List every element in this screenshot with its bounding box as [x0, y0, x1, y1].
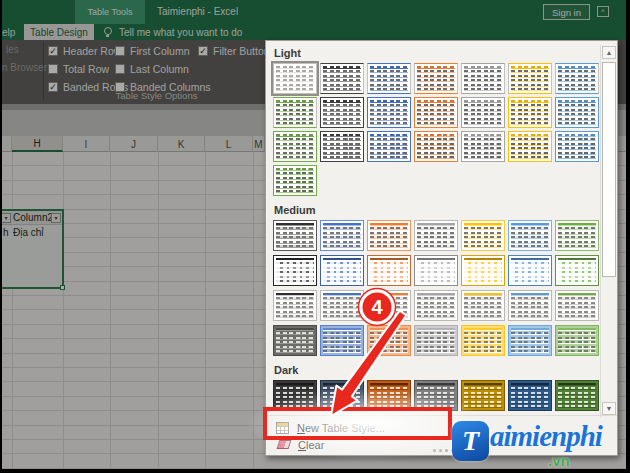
table-style-thumbnail[interactable]: [555, 290, 599, 321]
table-style-thumbnail[interactable]: [555, 97, 599, 128]
watermark-brand: aimienphi: [490, 420, 602, 453]
table-style-thumbnail[interactable]: [555, 380, 599, 411]
table-style-thumbnail[interactable]: [367, 63, 411, 94]
watermark-logo-icon: T: [452, 421, 489, 461]
table-style-thumbnail[interactable]: [508, 380, 552, 411]
table-style-thumbnail[interactable]: [320, 220, 364, 251]
gallery-sections: LightMediumDark: [266, 41, 602, 415]
table-style-thumbnail[interactable]: [555, 255, 599, 286]
table-style-thumbnail[interactable]: [555, 63, 599, 94]
table-style-thumbnail[interactable]: [367, 255, 411, 286]
gallery-section-label-medium: Medium: [274, 203, 602, 217]
scroll-up-icon[interactable]: ▲: [602, 46, 616, 59]
table-style-thumbnail[interactable]: [273, 255, 317, 286]
table-style-thumbnail[interactable]: [320, 97, 364, 128]
table-style-thumbnail[interactable]: [461, 325, 505, 356]
table-style-thumbnail[interactable]: [461, 131, 505, 162]
gallery-row: [273, 220, 602, 251]
table-style-thumbnail[interactable]: [414, 325, 458, 356]
table-style-thumbnail[interactable]: [367, 325, 411, 356]
table-style-thumbnail[interactable]: [461, 97, 505, 128]
watermark-tld: .vn: [548, 452, 570, 469]
table-style-thumbnail[interactable]: [555, 220, 599, 251]
table-style-thumbnail[interactable]: [508, 131, 552, 162]
table-style-thumbnail[interactable]: [414, 63, 458, 94]
table-style-thumbnail[interactable]: [273, 290, 317, 321]
table-style-thumbnail[interactable]: [320, 290, 364, 321]
table-style-thumbnail[interactable]: [273, 220, 317, 251]
table-style-thumbnail[interactable]: [414, 290, 458, 321]
table-style-thumbnail[interactable]: [367, 97, 411, 128]
table-style-thumbnail[interactable]: [508, 255, 552, 286]
watermark: T aimienphi .vn: [450, 418, 630, 473]
table-style-thumbnail[interactable]: [273, 97, 317, 128]
table-style-thumbnail[interactable]: [320, 255, 364, 286]
table-style-thumbnail[interactable]: [367, 290, 411, 321]
table-style-thumbnail[interactable]: [367, 220, 411, 251]
frame-edge: [0, 469, 630, 473]
table-style-thumbnail[interactable]: [273, 131, 317, 162]
table-style-thumbnail[interactable]: [320, 325, 364, 356]
table-style-thumbnail[interactable]: [508, 97, 552, 128]
table-style-thumbnail[interactable]: [508, 63, 552, 94]
gallery-row: [273, 255, 602, 286]
frame-edge: [626, 0, 630, 473]
table-style-thumbnail[interactable]: [273, 165, 317, 196]
gallery-row: [273, 131, 602, 162]
table-style-thumbnail[interactable]: [555, 131, 599, 162]
frame-edge: [0, 0, 2, 473]
table-style-thumbnail[interactable]: [320, 131, 364, 162]
table-style-thumbnail[interactable]: [508, 290, 552, 321]
gallery-row: [273, 290, 602, 321]
table-style-thumbnail[interactable]: [461, 255, 505, 286]
excel-window: Table Tools Taimienphi - Excel Sign in ^…: [0, 0, 630, 473]
gallery-scrollbar[interactable]: ▲ ▼: [600, 45, 616, 417]
table-style-thumbnail[interactable]: [414, 131, 458, 162]
gallery-section-label-light: Light: [274, 46, 602, 60]
table-style-thumbnail[interactable]: [367, 131, 411, 162]
gallery-row: [273, 97, 602, 128]
table-style-thumbnail[interactable]: [273, 63, 317, 94]
table-style-thumbnail[interactable]: [273, 325, 317, 356]
table-style-thumbnail[interactable]: [508, 325, 552, 356]
table-style-thumbnail[interactable]: [414, 255, 458, 286]
table-style-thumbnail[interactable]: [508, 220, 552, 251]
table-style-thumbnail[interactable]: [461, 290, 505, 321]
scrollbar-thumb[interactable]: [602, 62, 616, 277]
gallery-section-label-dark: Dark: [274, 363, 602, 377]
gallery-row: [273, 325, 602, 356]
table-style-thumbnail[interactable]: [461, 63, 505, 94]
table-style-thumbnail[interactable]: [414, 220, 458, 251]
table-style-thumbnail[interactable]: [555, 325, 599, 356]
gallery-row: [273, 63, 602, 94]
scroll-down-icon[interactable]: ▼: [602, 402, 616, 415]
table-style-thumbnail[interactable]: [414, 97, 458, 128]
table-style-thumbnail[interactable]: [320, 63, 364, 94]
gallery-row: [273, 165, 602, 196]
table-style-thumbnail[interactable]: [461, 220, 505, 251]
